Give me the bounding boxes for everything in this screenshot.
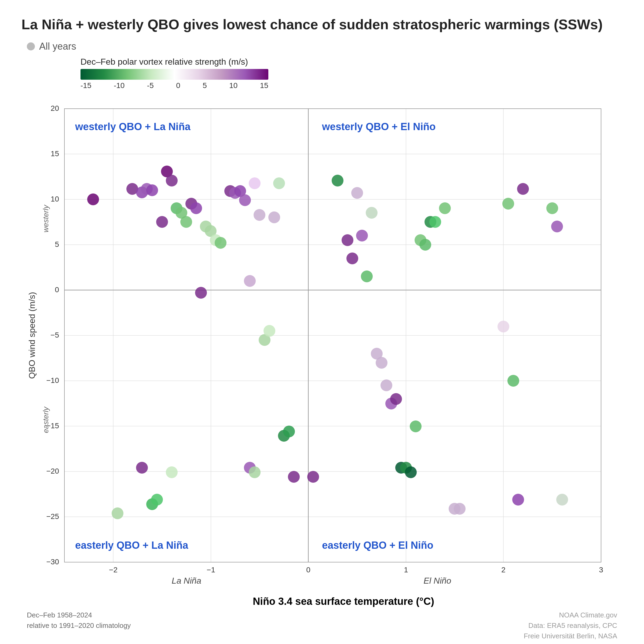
svg-point-52 xyxy=(190,202,202,214)
colorbar-gradient xyxy=(81,69,268,80)
svg-text:20: 20 xyxy=(51,104,59,112)
footer-left-line1: Dec–Feb 1958–2024 xyxy=(27,610,131,620)
svg-point-109 xyxy=(551,221,563,232)
footer-right: NOAA Climate.gov Data: ERA5 reanalysis, … xyxy=(524,610,617,641)
all-years-legend: All years xyxy=(27,41,623,52)
footer-left: Dec–Feb 1958–2024 relative to 1991–2020 … xyxy=(27,610,131,641)
svg-point-103 xyxy=(497,321,509,332)
svg-point-62 xyxy=(244,275,256,287)
colorbar-tick: -10 xyxy=(114,81,125,90)
svg-point-99 xyxy=(429,216,441,228)
chart-area: 20 15 10 5 0 −5 −10 −15 −20 −25 −30 −2 −… xyxy=(21,98,623,607)
colorbar-title: Dec–Feb polar vortex relative strength (… xyxy=(81,57,623,67)
svg-text:10: 10 xyxy=(51,195,59,203)
svg-point-77 xyxy=(112,507,123,519)
svg-point-81 xyxy=(342,234,353,246)
svg-text:−5: −5 xyxy=(50,331,59,339)
svg-point-40 xyxy=(87,193,99,205)
svg-text:2: 2 xyxy=(501,566,506,574)
svg-point-47 xyxy=(166,175,178,186)
all-years-text: All years xyxy=(39,41,76,52)
svg-point-50 xyxy=(180,216,192,228)
svg-point-70 xyxy=(283,426,295,437)
footer-right-line3: Freie Universität Berlin, NASA xyxy=(524,631,617,641)
svg-text:−2: −2 xyxy=(109,566,118,574)
svg-point-104 xyxy=(502,198,514,210)
footer-right-line2: Data: ERA5 reanalysis, CPC xyxy=(524,620,617,631)
svg-text:0: 0 xyxy=(306,566,310,574)
quadrant-top-right: westerly QBO + El Niño xyxy=(322,121,436,132)
svg-text:easterly: easterly xyxy=(42,406,50,433)
svg-point-68 xyxy=(273,177,285,189)
svg-text:−30: −30 xyxy=(46,558,59,566)
colorbar-wrapper: -15-10-5051015 xyxy=(81,69,268,90)
svg-point-108 xyxy=(546,202,558,214)
svg-point-53 xyxy=(195,287,207,299)
legend-area: All years Dec–Feb polar vortex relative … xyxy=(21,41,623,93)
svg-text:QBO wind speed (m/s): QBO wind speed (m/s) xyxy=(27,292,37,379)
svg-point-86 xyxy=(366,207,378,219)
footer-left-line2: relative to 1991–2020 climatology xyxy=(27,620,131,631)
svg-point-106 xyxy=(512,494,524,506)
colorbar-tick: -5 xyxy=(147,81,154,90)
svg-text:15: 15 xyxy=(51,149,59,158)
svg-point-102 xyxy=(454,503,466,515)
svg-point-84 xyxy=(356,230,368,241)
svg-text:−1: −1 xyxy=(207,566,215,574)
svg-point-63 xyxy=(249,177,261,189)
svg-text:0: 0 xyxy=(55,286,59,294)
colorbar-tick: 15 xyxy=(260,81,268,90)
svg-point-45 xyxy=(156,216,168,228)
svg-point-100 xyxy=(439,202,451,214)
svg-point-82 xyxy=(346,253,358,264)
svg-point-67 xyxy=(268,211,280,223)
x-axis-label: Niño 3.4 sea surface temperature (°C) xyxy=(64,596,623,607)
colorbar-ticks: -15-10-5051015 xyxy=(81,81,268,90)
svg-point-72 xyxy=(307,471,319,483)
svg-point-88 xyxy=(376,357,387,369)
svg-text:La Niña: La Niña xyxy=(172,576,201,586)
svg-text:3: 3 xyxy=(599,566,603,574)
svg-point-83 xyxy=(351,187,363,199)
quadrant-bottom-left: easterly QBO + La Niña xyxy=(75,540,188,551)
colorbar-tick: 10 xyxy=(229,81,237,90)
svg-point-71 xyxy=(288,471,300,483)
colorbar-container: Dec–Feb polar vortex relative strength (… xyxy=(81,57,623,90)
svg-point-64 xyxy=(254,209,265,221)
footer-right-line1: NOAA Climate.gov xyxy=(524,610,617,620)
chart-title: La Niña + westerly QBO gives lowest chan… xyxy=(21,16,623,33)
svg-point-105 xyxy=(507,375,519,387)
svg-text:El Niño: El Niño xyxy=(423,576,451,586)
svg-point-57 xyxy=(215,237,226,249)
svg-point-94 xyxy=(405,466,417,478)
svg-point-110 xyxy=(556,494,568,506)
footer: Dec–Feb 1958–2024 relative to 1991–2020 … xyxy=(21,610,623,641)
svg-point-61 xyxy=(239,194,251,206)
svg-point-79 xyxy=(151,494,163,506)
svg-rect-0 xyxy=(21,98,623,594)
svg-point-107 xyxy=(517,183,529,195)
svg-point-66 xyxy=(264,325,275,337)
quadrant-bottom-right: easterly QBO + El Niño xyxy=(322,540,433,551)
svg-text:−20: −20 xyxy=(46,467,59,475)
svg-point-97 xyxy=(419,239,431,251)
scatter-plot: 20 15 10 5 0 −5 −10 −15 −20 −25 −30 −2 −… xyxy=(21,98,623,594)
svg-text:westerly: westerly xyxy=(42,204,50,233)
svg-point-80 xyxy=(332,175,343,186)
colorbar-tick: -15 xyxy=(81,81,91,90)
svg-point-89 xyxy=(380,379,392,391)
all-years-dot xyxy=(27,42,35,50)
svg-point-95 xyxy=(410,420,422,432)
svg-point-76 xyxy=(136,462,148,474)
colorbar-tick: 5 xyxy=(203,81,207,90)
quadrant-top-left: westerly QBO + La Niña xyxy=(75,121,191,132)
svg-text:−25: −25 xyxy=(46,512,59,521)
svg-point-74 xyxy=(249,466,261,478)
svg-text:−10: −10 xyxy=(46,376,59,385)
svg-point-75 xyxy=(166,466,178,478)
svg-text:5: 5 xyxy=(55,240,59,248)
svg-text:1: 1 xyxy=(404,566,408,574)
svg-point-44 xyxy=(146,184,158,196)
colorbar-tick: 0 xyxy=(176,81,180,90)
svg-point-91 xyxy=(390,393,402,405)
